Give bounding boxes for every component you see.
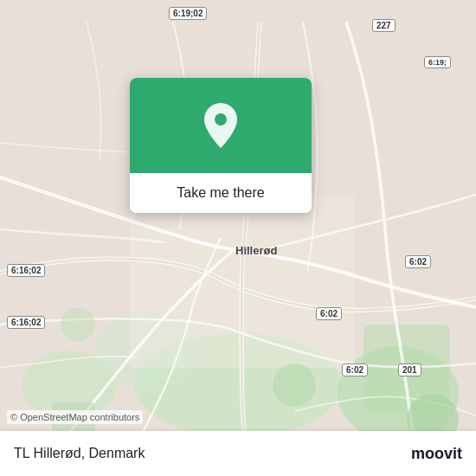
route-badge-201: 201 [398, 363, 421, 376]
map-attribution: © OpenStreetMap contributors [7, 410, 143, 424]
bottom-bar: TL Hillerød, Denmark moovit [0, 431, 476, 476]
route-badge-602-center: 6:02 [316, 307, 342, 320]
route-badge-602-right: 6:02 [405, 255, 431, 268]
location-pin-icon [200, 101, 241, 150]
route-badge-602-bottom: 6:02 [342, 363, 368, 376]
route-badge-619-top: 6:19;02 [169, 7, 207, 20]
map-container: 6:19;02 227 6:19; 6:16;02 6:16;02 6:02 6… [0, 0, 476, 476]
popup-pin-area [130, 78, 312, 173]
moovit-text: moovit [411, 445, 462, 463]
svg-point-10 [61, 307, 95, 342]
popup-card: Take me there [130, 78, 312, 213]
svg-point-12 [215, 113, 227, 125]
route-badge-616-top: 6:16;02 [7, 264, 45, 277]
moovit-logo: moovit [411, 445, 462, 463]
map-background [0, 0, 476, 476]
take-me-there-button[interactable]: Take me there [130, 173, 312, 213]
location-title: TL Hillerød, Denmark [14, 446, 411, 461]
route-badge-619-right: 6:19; [424, 56, 451, 68]
svg-point-8 [273, 363, 316, 407]
city-label: Hillerød [235, 244, 277, 257]
route-badge-616-bottom: 6:16;02 [7, 316, 45, 329]
route-badge-227: 227 [372, 19, 396, 32]
